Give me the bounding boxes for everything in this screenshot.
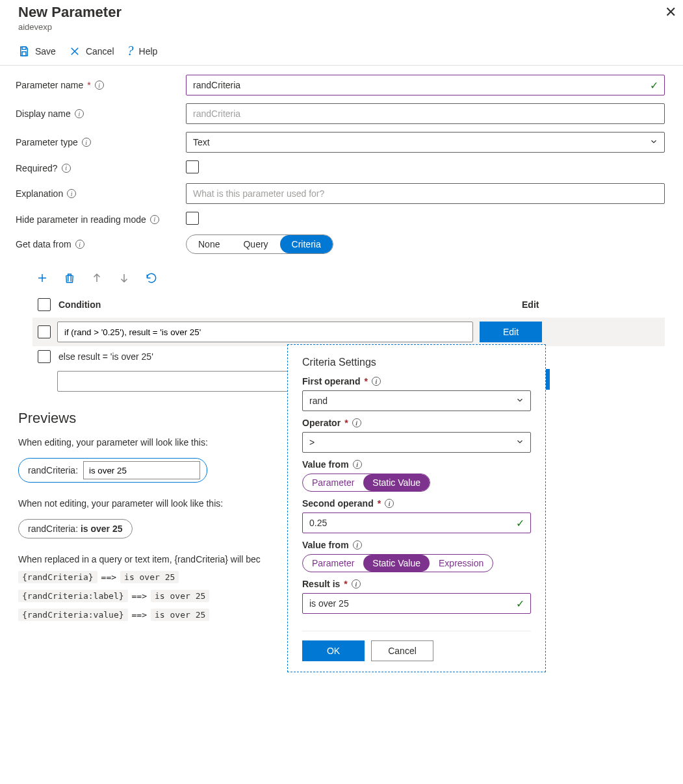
criteria-settings-popup: Criteria Settings First operand * i rand… <box>287 344 546 642</box>
ok-button[interactable]: OK <box>302 640 365 642</box>
first-operand-label: First operand <box>302 376 360 386</box>
hide-reading-label: Hide parameter in reading mode <box>16 214 146 225</box>
pill-static-1[interactable]: Static Value <box>363 474 430 491</box>
preview-edit-pill: randCriteria: <box>18 458 207 483</box>
criteria-row-text: else result = 'is over 25' <box>57 351 153 362</box>
pill-parameter-2[interactable]: Parameter <box>303 555 363 572</box>
add-icon[interactable] <box>36 272 48 284</box>
pill-criteria[interactable]: Criteria <box>280 235 333 253</box>
close-icon[interactable]: ✕ <box>665 4 677 21</box>
operator-label: Operator <box>302 418 341 428</box>
info-icon[interactable]: i <box>385 499 394 508</box>
hide-reading-checkbox[interactable] <box>186 212 199 225</box>
check-icon: ✓ <box>516 517 524 529</box>
help-icon: ? <box>127 44 134 58</box>
cancel-icon <box>69 45 81 57</box>
cancel-button[interactable]: Cancel <box>69 45 114 57</box>
move-up-icon[interactable] <box>91 272 103 284</box>
value-from-1-group: Parameter Static Value <box>302 474 430 492</box>
explanation-input[interactable] <box>186 183 665 204</box>
required-checkbox[interactable] <box>186 160 199 173</box>
first-operand-select[interactable]: rand <box>302 390 531 411</box>
pill-parameter-1[interactable]: Parameter <box>303 474 363 491</box>
pill-static-2[interactable]: Static Value <box>363 555 430 572</box>
criteria-row: Edit <box>32 318 665 346</box>
edit-header: Edit <box>522 299 665 310</box>
result-is-label: Result is <box>302 579 340 589</box>
info-icon[interactable]: i <box>67 189 76 198</box>
save-icon <box>18 45 30 57</box>
info-icon[interactable]: i <box>75 109 84 118</box>
info-icon[interactable]: i <box>95 81 104 90</box>
svg-rect-1 <box>22 51 26 55</box>
refresh-icon[interactable] <box>146 272 157 284</box>
pill-query[interactable]: Query <box>231 235 279 253</box>
info-icon[interactable]: i <box>372 377 381 386</box>
info-icon[interactable]: i <box>150 215 159 224</box>
get-data-label: Get data from <box>16 239 71 249</box>
preview-pill-input[interactable] <box>83 461 200 479</box>
info-icon[interactable]: i <box>352 418 361 427</box>
param-type-label: Parameter type <box>16 137 78 147</box>
preview-static-pill: randCriteria: is over 25 <box>18 519 133 538</box>
operator-select[interactable]: > <box>302 432 531 453</box>
value-from-2-group: Parameter Static Value Expression <box>302 554 493 572</box>
info-icon[interactable]: i <box>62 164 71 173</box>
param-type-select[interactable]: Text <box>186 132 665 153</box>
second-operand-input[interactable] <box>302 512 531 533</box>
popup-title: Criteria Settings <box>302 357 531 368</box>
delete-icon[interactable] <box>64 272 75 284</box>
get-data-pill-group: None Query Criteria <box>186 234 333 254</box>
row-checkbox[interactable] <box>38 350 51 363</box>
select-all-checkbox[interactable] <box>38 298 51 311</box>
page-subtitle: aidevexp <box>18 22 665 32</box>
help-button[interactable]: ? Help <box>127 44 158 58</box>
value-from-2-label: Value from <box>302 540 349 550</box>
page-title: New Parameter <box>18 4 665 21</box>
check-icon: ✓ <box>650 79 658 92</box>
explanation-label: Explanation <box>16 188 63 199</box>
value-from-1-label: Value from <box>302 459 349 470</box>
preview-pill-label: randCriteria: <box>28 465 78 475</box>
required-label: Required? <box>16 163 58 173</box>
required-asterisk: * <box>87 80 90 90</box>
row-checkbox[interactable] <box>38 325 51 338</box>
criteria-row-text[interactable] <box>57 322 473 342</box>
svg-rect-0 <box>22 47 26 49</box>
info-icon[interactable]: i <box>82 138 91 147</box>
info-icon[interactable]: i <box>75 240 84 249</box>
display-name-input[interactable] <box>186 103 665 124</box>
check-icon: ✓ <box>516 598 524 610</box>
info-icon[interactable]: i <box>353 460 362 469</box>
pill-expression[interactable]: Expression <box>430 555 493 572</box>
save-button[interactable]: Save <box>18 45 56 57</box>
edit-criteria-button[interactable]: Edit <box>480 322 542 342</box>
pill-none[interactable]: None <box>187 235 231 253</box>
move-down-icon[interactable] <box>118 272 130 284</box>
param-name-input[interactable] <box>186 75 665 95</box>
cancel-popup-button[interactable]: Cancel <box>371 640 433 642</box>
info-icon[interactable]: i <box>352 579 361 588</box>
condition-header: Condition <box>58 299 101 310</box>
param-name-label: Parameter name <box>16 80 83 90</box>
result-is-input[interactable] <box>302 593 531 614</box>
second-operand-label: Second operand <box>302 498 374 509</box>
display-name-label: Display name <box>16 108 71 119</box>
info-icon[interactable]: i <box>353 540 362 550</box>
